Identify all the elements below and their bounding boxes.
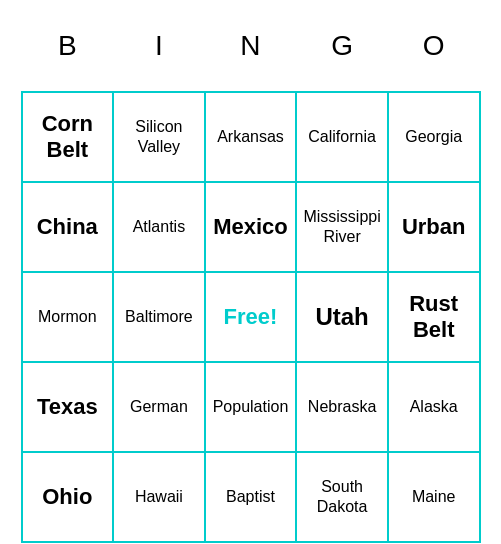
bingo-card: B I N G O Corn BeltSilicon ValleyArkansa… <box>11 0 491 544</box>
table-cell: Maine <box>388 452 480 542</box>
table-cell: Hawaii <box>113 452 205 542</box>
table-cell: Utah <box>296 272 388 362</box>
table-cell: Mississippi River <box>296 182 388 272</box>
table-cell: Rust Belt <box>388 272 480 362</box>
table-cell: Ohio <box>22 452 114 542</box>
table-cell: California <box>296 92 388 182</box>
table-cell: Free! <box>205 272 297 362</box>
table-cell: Baltimore <box>113 272 205 362</box>
table-cell: Urban <box>388 182 480 272</box>
header-i: I <box>113 2 205 92</box>
table-row: Corn BeltSilicon ValleyArkansasCaliforni… <box>22 92 480 182</box>
table-cell: Arkansas <box>205 92 297 182</box>
header-row: B I N G O <box>22 2 480 92</box>
table-cell: Mexico <box>205 182 297 272</box>
table-row: OhioHawaiiBaptistSouth DakotaMaine <box>22 452 480 542</box>
table-cell: German <box>113 362 205 452</box>
header-n: N <box>205 2 297 92</box>
header-o: O <box>388 2 480 92</box>
table-cell: Population <box>205 362 297 452</box>
table-cell: Corn Belt <box>22 92 114 182</box>
bingo-table: B I N G O Corn BeltSilicon ValleyArkansa… <box>21 2 481 543</box>
table-cell: Alaska <box>388 362 480 452</box>
table-row: MormonBaltimoreFree!UtahRust Belt <box>22 272 480 362</box>
header-g: G <box>296 2 388 92</box>
table-cell: China <box>22 182 114 272</box>
table-row: ChinaAtlantisMexicoMississippi RiverUrba… <box>22 182 480 272</box>
table-cell: Georgia <box>388 92 480 182</box>
table-cell: Silicon Valley <box>113 92 205 182</box>
table-cell: Baptist <box>205 452 297 542</box>
table-cell: Texas <box>22 362 114 452</box>
table-cell: Nebraska <box>296 362 388 452</box>
header-b: B <box>22 2 114 92</box>
table-cell: South Dakota <box>296 452 388 542</box>
table-cell: Mormon <box>22 272 114 362</box>
table-cell: Atlantis <box>113 182 205 272</box>
table-row: TexasGermanPopulationNebraskaAlaska <box>22 362 480 452</box>
